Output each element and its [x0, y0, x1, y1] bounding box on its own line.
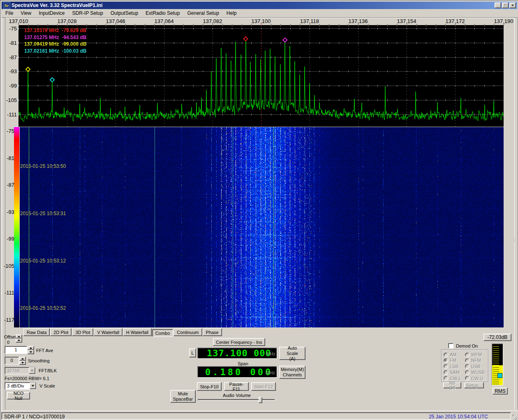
radio-option-nfm[interactable]: NFM: [465, 358, 481, 363]
menu-item-file[interactable]: File: [2, 9, 17, 17]
waterfall-db-tick-label: -111: [0, 290, 14, 296]
radio-am-icon[interactable]: [444, 353, 448, 357]
menu-item-general-setup[interactable]: General Setup: [183, 9, 222, 17]
status-datetime-text: 25 Jan 2015 10:54:04 UTC: [429, 414, 488, 420]
fft-ave-spinner[interactable]: [28, 346, 34, 354]
tab-3d-plot[interactable]: 3D Plot: [72, 328, 93, 336]
smoothing-input[interactable]: 0: [5, 357, 19, 364]
demod-on-label: Demod On: [456, 343, 478, 348]
memory-channels-button[interactable]: Memory(M) Channels: [279, 366, 305, 379]
menu-item-help[interactable]: Help: [223, 9, 240, 17]
span-value[interactable]: 0.180 000: [205, 367, 273, 377]
menu-item-view[interactable]: View: [17, 9, 35, 17]
radio-option-cw-u[interactable]: CW-U: [465, 376, 483, 381]
tab-continuum[interactable]: Continuum: [173, 328, 202, 336]
spectrum-db-tick-label: -81: [0, 40, 17, 46]
title-bar[interactable]: Sv SpectraVue Ver. 3.32 SpectraVueIP1.in…: [2, 2, 517, 9]
waterfall-db-tick-label: -99: [0, 236, 14, 242]
view-tab-bar: Raw Data2D Plot3D PlotV WaterfallH Water…: [23, 328, 222, 336]
waterfall-db-tick-label: -81: [0, 155, 14, 161]
smoothing-spinner-down-icon[interactable]: [19, 361, 26, 365]
nco-null-button[interactable]: NCO Null: [7, 392, 30, 399]
menu-item-sdr-ip-setup[interactable]: SDR-IP Setup: [69, 9, 107, 17]
marker-readout-line: 137.09419 MHz -99.000 dB: [24, 41, 86, 47]
radio-option-lsb[interactable]: LSB: [444, 364, 458, 369]
menu-item-extradio-setup[interactable]: ExtRadio Setup: [142, 9, 183, 17]
scroll-left-arrow-icon[interactable]: [505, 236, 515, 246]
span-display[interactable]: 0.180 000 MHz: [197, 366, 277, 378]
radio-cw-u-icon[interactable]: [465, 376, 469, 381]
marker-readout-line: 137.02161 MHz -100.03 dB: [24, 48, 86, 54]
signal-level-display: -72.03dB: [483, 334, 511, 341]
offset-spinner[interactable]: [16, 334, 22, 343]
maximize-button[interactable]: □: [502, 2, 509, 8]
radio-fm-icon[interactable]: [444, 358, 448, 363]
freq-lock-button[interactable]: L: [189, 348, 196, 357]
radio-usb-icon[interactable]: [465, 364, 469, 369]
fft-blk-dropdown-icon[interactable]: [29, 367, 35, 374]
center-frequency-button[interactable]: Center Frequency - Ins: [213, 338, 265, 346]
resize-grip[interactable]: [512, 415, 518, 420]
spectrum-db-tick-label: -75: [0, 26, 17, 32]
close-button[interactable]: ×: [509, 2, 516, 8]
radio-option-wusb[interactable]: WUSB: [465, 370, 485, 375]
smoothing-spinner-up-icon[interactable]: [19, 357, 26, 361]
spectrum-db-tick-label: -93: [0, 68, 17, 74]
pause-button[interactable]: Pause-F11: [224, 382, 249, 391]
radio-label-cw-u: CW-U: [471, 376, 483, 381]
start-button[interactable]: Start-F12: [251, 382, 276, 391]
tab-combo[interactable]: Combo: [152, 329, 173, 337]
tab-phase[interactable]: Phase: [203, 328, 222, 336]
offset-spinner-down-icon[interactable]: [16, 339, 22, 343]
radio-wfm-icon[interactable]: [465, 353, 469, 357]
fft-blk-select[interactable]: 32768: [5, 367, 36, 374]
menu-item-inputdevice[interactable]: InputDevice: [35, 9, 68, 17]
audio-volume-track[interactable]: [198, 399, 275, 401]
fft-ave-spinner-down-icon[interactable]: [28, 350, 34, 354]
tab-h-waterfall[interactable]: H Waterfall: [123, 328, 152, 336]
menu-item-outputsetup[interactable]: OutputSetup: [107, 9, 142, 17]
waterfall-timestamp: 2015-01-25 10:52:52: [20, 305, 66, 311]
radio-label-wfm: WFM: [471, 352, 482, 357]
center-frequency-value[interactable]: 137.100 000: [207, 348, 271, 358]
tab-v-waterfall[interactable]: V Waterfall: [94, 328, 122, 336]
minimize-button[interactable]: _: [495, 2, 501, 8]
radio-lsb-icon[interactable]: [444, 364, 448, 369]
radio-option-sam[interactable]: SAM: [444, 370, 460, 375]
spectrum-db-tick-label: -105: [0, 97, 17, 103]
smoothing-spinner[interactable]: [19, 357, 26, 365]
radio-sam-icon[interactable]: [444, 370, 448, 375]
radio-option-usb[interactable]: USB: [465, 364, 481, 369]
waterfall-db-tick-label: -105: [0, 263, 14, 269]
audio-volume-thumb[interactable]: [259, 397, 262, 403]
smoothing-label: Smoothing: [28, 358, 50, 363]
radio-option-am[interactable]: AM: [444, 352, 457, 357]
stop-button[interactable]: Stop-F10: [197, 382, 222, 391]
offset-spinner-up-icon[interactable]: [16, 334, 22, 339]
waterfall-db-tick-label: -117: [0, 317, 14, 323]
fft-blk-value: 32768: [5, 368, 29, 373]
signal-meter-marker[interactable]: [497, 373, 502, 378]
nb-off-button[interactable]: NB Off: [443, 382, 461, 388]
center-frequency-display[interactable]: 137.100 000 MHz: [197, 348, 277, 359]
radio-cw-l-icon[interactable]: [444, 376, 448, 381]
waterfall-plot[interactable]: [20, 127, 504, 327]
vscale-dropdown-icon[interactable]: [30, 383, 36, 389]
radio-wusb-icon[interactable]: [465, 370, 469, 375]
auto-scale-button[interactable]: Auto Scale (A): [279, 347, 305, 360]
demod-on-checkbox[interactable]: [448, 343, 453, 348]
vscale-select[interactable]: 3 dB/Div: [5, 382, 37, 390]
fft-ave-input[interactable]: 1: [5, 346, 27, 354]
tab-2d-plot[interactable]: 2D Plot: [50, 328, 72, 336]
spectrum-plot[interactable]: [18, 25, 504, 127]
marker-readout-line: 137.01275 MHz -94.543 dB: [24, 35, 86, 40]
mute-button[interactable]: Mute SpaceBar: [170, 390, 196, 403]
fft-ave-spinner-up-icon[interactable]: [28, 346, 34, 350]
status-bar: SDR-IP 1 / NCO=10700019 25 Jan 2015 10:5…: [0, 411, 518, 420]
tab-raw-data[interactable]: Raw Data: [23, 328, 50, 336]
radio-nfm-icon[interactable]: [465, 358, 469, 363]
rms-button[interactable]: RMS: [493, 388, 508, 394]
radio-option-fm[interactable]: FM: [444, 358, 456, 363]
radio-option-wfm[interactable]: WFM: [465, 352, 482, 357]
setup-button[interactable]: Setup...: [464, 382, 484, 388]
